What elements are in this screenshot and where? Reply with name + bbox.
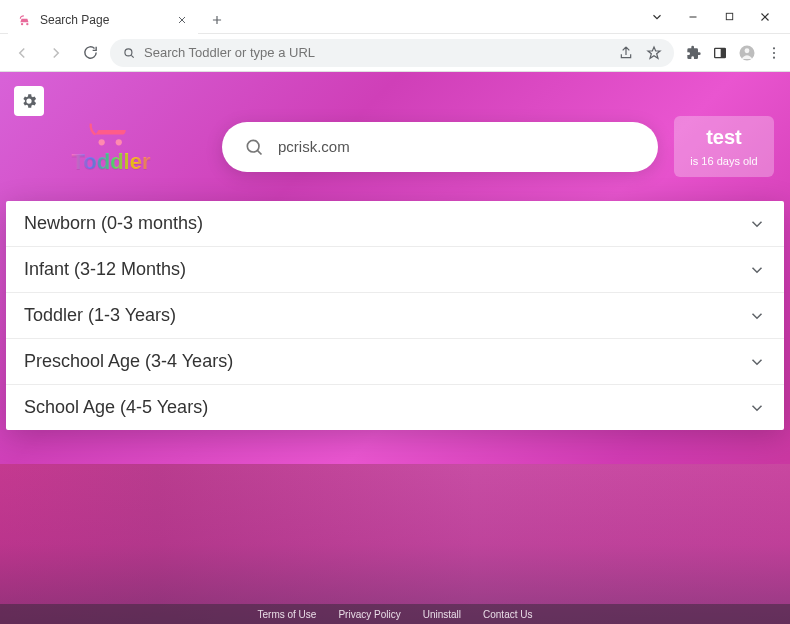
footer-link-uninstall[interactable]: Uninstall <box>423 609 461 620</box>
svg-point-12 <box>116 139 122 145</box>
search-icon <box>244 137 264 157</box>
chevron-down-icon <box>748 261 766 279</box>
svg-rect-5 <box>721 48 726 57</box>
omnibox[interactable] <box>110 39 674 67</box>
footer-link-privacy[interactable]: Privacy Policy <box>338 609 400 620</box>
tab-title: Search Page <box>40 13 168 27</box>
chevron-down-icon <box>748 307 766 325</box>
page-search-input[interactable] <box>278 138 636 155</box>
browser-tab[interactable]: Search Page <box>8 6 198 34</box>
tab-favicon-icon <box>18 13 32 27</box>
sidepanel-icon[interactable] <box>712 45 728 61</box>
extensions-icon[interactable] <box>686 45 702 61</box>
category-item-infant[interactable]: Infant (3-12 Months) <box>6 247 784 293</box>
page-footer: Terms of Use Privacy Policy Uninstall Co… <box>0 604 790 624</box>
category-label: Infant (3-12 Months) <box>24 259 186 280</box>
category-label: Toddler (1-3 Years) <box>24 305 176 326</box>
category-label: School Age (4-5 Years) <box>24 397 208 418</box>
logo-text: Toddler <box>71 149 150 175</box>
window-close-icon[interactable] <box>758 10 772 24</box>
category-item-toddler[interactable]: Toddler (1-3 Years) <box>6 293 784 339</box>
hero: Toddler test is 16 days old <box>0 72 790 201</box>
back-button[interactable] <box>8 39 36 67</box>
svg-point-8 <box>773 47 775 49</box>
svg-point-13 <box>247 140 259 152</box>
omnibox-input[interactable] <box>144 45 610 60</box>
chevron-down-icon <box>748 399 766 417</box>
close-icon[interactable] <box>176 14 188 26</box>
profile-icon[interactable] <box>738 44 756 62</box>
profile-name: test <box>680 126 768 149</box>
logo: Toddler <box>16 119 206 175</box>
stroller-icon <box>87 119 135 147</box>
menu-icon[interactable] <box>766 45 782 61</box>
chevron-down-icon[interactable] <box>650 10 664 24</box>
svg-point-10 <box>773 56 775 58</box>
category-label: Newborn (0-3 months) <box>24 213 203 234</box>
category-item-newborn[interactable]: Newborn (0-3 months) <box>6 201 784 247</box>
svg-point-0 <box>21 23 23 25</box>
tab-strip: Search Page <box>8 6 230 34</box>
chevron-down-icon <box>748 215 766 233</box>
reload-button[interactable] <box>76 39 104 67</box>
forward-button[interactable] <box>42 39 70 67</box>
category-label: Preschool Age (3-4 Years) <box>24 351 233 372</box>
share-icon[interactable] <box>618 45 634 61</box>
chevron-down-icon <box>748 353 766 371</box>
page-search[interactable] <box>222 122 658 172</box>
profile-age: is 16 days old <box>680 155 768 167</box>
svg-point-3 <box>125 48 132 55</box>
page-content: P C r i s k Toddler test is 16 days old … <box>0 72 790 624</box>
svg-rect-2 <box>726 13 732 19</box>
maximize-icon[interactable] <box>722 10 736 24</box>
svg-point-7 <box>745 48 750 53</box>
footer-link-terms[interactable]: Terms of Use <box>258 609 317 620</box>
browser-toolbar <box>0 34 790 72</box>
svg-point-11 <box>99 139 105 145</box>
window-controls <box>650 10 790 24</box>
search-icon <box>122 46 136 60</box>
category-item-school[interactable]: School Age (4-5 Years) <box>6 385 784 430</box>
star-icon[interactable] <box>646 45 662 61</box>
category-item-preschool[interactable]: Preschool Age (3-4 Years) <box>6 339 784 385</box>
new-tab-button[interactable] <box>204 7 230 33</box>
window-titlebar: Search Page <box>0 0 790 34</box>
category-accordion: Newborn (0-3 months) Infant (3-12 Months… <box>6 201 784 430</box>
footer-link-contact[interactable]: Contact Us <box>483 609 532 620</box>
profile-info-card[interactable]: test is 16 days old <box>674 116 774 177</box>
svg-point-9 <box>773 51 775 53</box>
minimize-icon[interactable] <box>686 10 700 24</box>
svg-point-1 <box>26 23 28 25</box>
